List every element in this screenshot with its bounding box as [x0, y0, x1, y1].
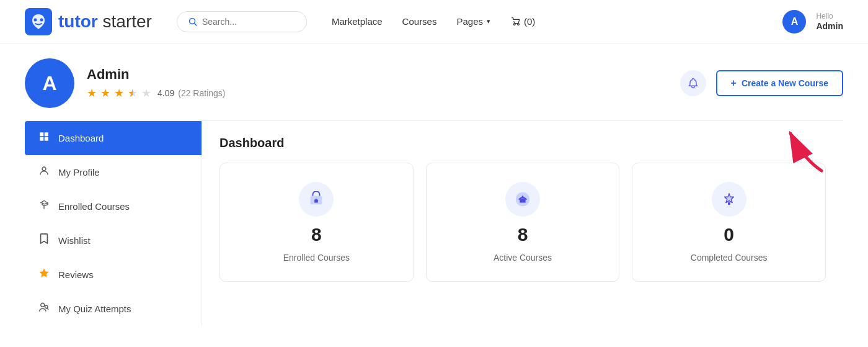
svg-line-4 [194, 23, 197, 25]
enrolled-label: Enrolled Courses [283, 253, 350, 263]
active-card-icon [505, 182, 540, 217]
search-box[interactable] [177, 11, 307, 32]
svg-rect-19 [728, 202, 730, 205]
nav-courses[interactable]: Courses [402, 16, 437, 27]
completed-label: Completed Courses [691, 253, 768, 263]
header-user-info: Hello Admin [816, 12, 843, 30]
enrolled-courses-icon [37, 199, 51, 214]
sidebar-item-wishlist[interactable]: Wishlist [25, 223, 202, 258]
top-right-actions: + Create a New Course [680, 70, 843, 96]
create-course-button[interactable]: + Create a New Course [716, 70, 843, 96]
svg-point-2 [40, 18, 43, 21]
sidebar-item-enrolled-courses[interactable]: Enrolled Courses [25, 189, 202, 223]
dashboard-content: Dashboard 8 Enrolled Courses [202, 120, 843, 326]
star-4: ★ ★ [128, 86, 138, 100]
sidebar-item-my-profile[interactable]: My Profile [25, 155, 202, 189]
sidebar-label-dashboard: Dashboard [58, 133, 104, 143]
create-course-label: Create a New Course [742, 78, 828, 88]
star-3: ★ [114, 86, 124, 100]
logo-icon [25, 8, 52, 35]
content-row: Dashboard My Profile Enrolled Courses Wi… [0, 120, 868, 326]
avatar-large: A [25, 58, 74, 108]
chevron-down-icon: ▾ [487, 17, 490, 25]
stat-card-completed: 0 Completed Courses [632, 163, 826, 282]
star-2: ★ [100, 86, 110, 100]
sidebar-item-reviews[interactable]: Reviews [25, 258, 202, 292]
star-1: ★ [87, 86, 97, 100]
bell-icon [687, 77, 699, 89]
svg-rect-16 [520, 199, 525, 203]
stat-card-active: 8 Active Courses [426, 163, 620, 282]
sidebar-label-quiz-attempts: My Quiz Attempts [58, 304, 131, 314]
svg-point-10 [42, 167, 46, 171]
svg-rect-7 [45, 132, 48, 136]
header: tutor starter Marketplace Courses Pages … [0, 0, 868, 43]
profile-row: A Admin ★ ★ ★ ★ ★ ★ 4.09 (22 Ratings) [25, 58, 843, 108]
enrolled-card-icon [299, 182, 334, 217]
search-input[interactable] [202, 17, 295, 27]
profile-info: Admin ★ ★ ★ ★ ★ ★ 4.09 (22 Ratings) [87, 66, 226, 100]
active-count: 8 [518, 224, 528, 245]
cart-area[interactable]: (0) [510, 16, 535, 27]
svg-rect-8 [40, 137, 43, 141]
search-icon [188, 17, 197, 26]
rating-value: 4.09 [157, 88, 174, 98]
sidebar: Dashboard My Profile Enrolled Courses Wi… [25, 120, 202, 326]
plus-icon: + [731, 78, 737, 89]
enrolled-count: 8 [311, 224, 322, 245]
quiz-icon [37, 302, 51, 316]
profile-name: Admin [87, 66, 226, 83]
completed-count: 0 [724, 224, 734, 245]
sidebar-label-enrolled-courses: Enrolled Courses [58, 201, 130, 212]
page-wrapper: tutor starter Marketplace Courses Pages … [0, 0, 868, 347]
star-5: ★ [141, 86, 151, 100]
sidebar-label-wishlist: Wishlist [58, 235, 91, 246]
wishlist-icon [37, 233, 51, 248]
profile-section-wrapper: A Admin ★ ★ ★ ★ ★ ★ 4.09 (22 Ratings) [0, 43, 868, 108]
svg-point-1 [34, 18, 37, 21]
header-right: A Hello Admin [782, 10, 843, 34]
dashboard-icon [37, 131, 51, 145]
reviews-icon [37, 268, 51, 282]
logo-text: tutor starter [58, 12, 152, 32]
nav-pages[interactable]: Pages ▾ [456, 16, 490, 27]
sidebar-label-my-profile: My Profile [58, 167, 100, 178]
svg-point-11 [41, 303, 45, 307]
svg-rect-6 [40, 132, 43, 136]
completed-card-icon [712, 182, 746, 217]
bell-button[interactable] [680, 70, 706, 96]
active-label: Active Courses [494, 253, 552, 263]
logo-area: tutor starter [25, 8, 152, 35]
stat-card-enrolled: 8 Enrolled Courses [219, 163, 414, 282]
header-avatar: A [782, 10, 806, 34]
dashboard-title: Dashboard [219, 136, 826, 150]
rating-count: (22 Ratings) [178, 88, 225, 98]
profile-icon [37, 165, 51, 179]
sidebar-item-quiz-attempts[interactable]: My Quiz Attempts [25, 292, 202, 326]
nav-marketplace[interactable]: Marketplace [332, 16, 383, 27]
svg-rect-9 [45, 137, 48, 141]
sidebar-item-dashboard[interactable]: Dashboard [25, 121, 202, 155]
stars-row: ★ ★ ★ ★ ★ ★ 4.09 (22 Ratings) [87, 86, 226, 100]
cart-icon [510, 16, 521, 27]
nav-links: Marketplace Courses Pages ▾ (0) [332, 16, 535, 27]
svg-rect-14 [315, 200, 319, 203]
cards-row: 8 Enrolled Courses 8 Active [219, 163, 826, 282]
sidebar-label-reviews: Reviews [58, 269, 94, 280]
